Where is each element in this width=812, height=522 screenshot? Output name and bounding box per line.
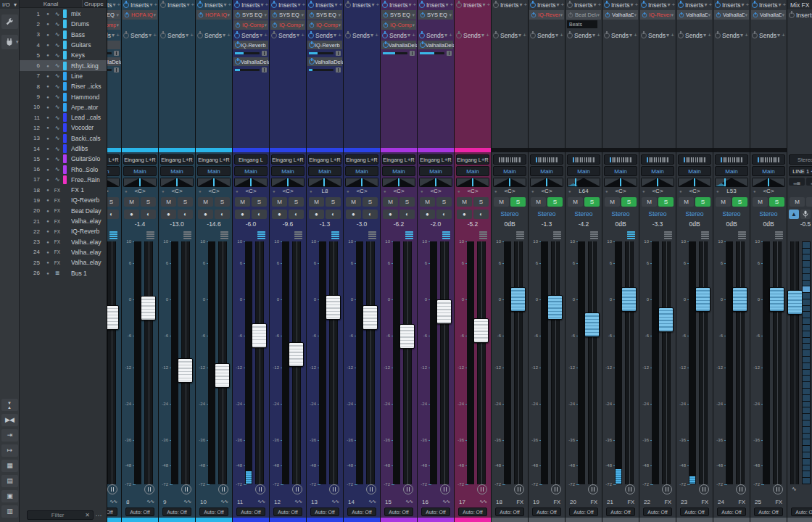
meter-hold-button[interactable] xyxy=(144,484,154,494)
solo-button[interactable]: S xyxy=(510,197,526,207)
cue-meter-icon[interactable]: ▂▄ xyxy=(789,178,805,186)
shuffle-icon[interactable]: ∿ xyxy=(792,486,812,492)
insert-slot[interactable]: IQ-Reverb▾ xyxy=(529,10,564,20)
chevron-down-icon[interactable]: ▾ xyxy=(634,12,637,18)
layers-mini-icon[interactable] xyxy=(590,231,598,239)
output-label[interactable]: Main xyxy=(604,166,637,176)
active-dot-icon[interactable]: ● xyxy=(44,188,51,192)
meter-hold-button[interactable] xyxy=(255,484,265,494)
power-icon[interactable] xyxy=(531,12,536,17)
automation-mode-button[interactable]: Auto: Off xyxy=(680,508,709,516)
power-icon[interactable] xyxy=(567,33,573,38)
send-level-slider[interactable] xyxy=(383,52,407,54)
pan-control[interactable] xyxy=(308,178,341,187)
add-icon[interactable]: + xyxy=(117,1,121,8)
active-dot-icon[interactable]: ● xyxy=(44,84,51,88)
active-dot-icon[interactable]: ● xyxy=(44,136,51,141)
add-icon[interactable]: + xyxy=(228,1,232,8)
input-label[interactable]: Eingang L+R xyxy=(456,154,489,165)
add-icon[interactable]: + xyxy=(300,32,305,38)
fader-track[interactable] xyxy=(551,241,560,484)
channel-list-item[interactable]: 18●FXFX 1 xyxy=(20,185,107,195)
add-icon[interactable]: + xyxy=(339,1,343,8)
pan-control[interactable] xyxy=(345,178,378,187)
power-icon[interactable] xyxy=(604,33,610,38)
power-icon[interactable] xyxy=(309,59,315,65)
automation-mode-button[interactable]: Auto: Off xyxy=(495,508,524,516)
add-icon[interactable]: + xyxy=(523,1,528,8)
power-icon[interactable] xyxy=(273,12,277,17)
send-slot[interactable]: Beat Delay xyxy=(107,41,120,49)
monitor-button[interactable]: ◐ xyxy=(362,210,378,219)
automation-mode-button[interactable]: Auto: Off xyxy=(458,508,487,516)
meter-hold-button[interactable] xyxy=(588,484,598,494)
fader-track[interactable] xyxy=(366,241,375,484)
power-icon[interactable] xyxy=(199,12,203,17)
power-icon[interactable] xyxy=(309,42,315,48)
output-label[interactable]: Main xyxy=(107,166,120,176)
layers-mini-icon[interactable] xyxy=(183,231,191,239)
pan-control[interactable] xyxy=(567,178,600,187)
input-label[interactable]: Eingang L+R xyxy=(308,154,341,165)
send-level-slider[interactable] xyxy=(235,69,260,71)
add-icon[interactable]: + xyxy=(115,32,120,38)
record-arm-button[interactable]: ● xyxy=(198,210,213,219)
keyboard-icon[interactable]: ▤ xyxy=(1,475,18,487)
power-icon[interactable] xyxy=(236,12,240,17)
layers-mini-icon[interactable] xyxy=(479,231,487,239)
talkback-mic-button[interactable] xyxy=(800,210,811,219)
layers-mini-icon[interactable] xyxy=(738,231,746,239)
automation-mode-button[interactable]: Auto: Off xyxy=(754,508,783,516)
chevron-down-icon[interactable]: ▾ xyxy=(264,12,267,18)
output-label[interactable]: Main xyxy=(530,166,563,176)
banks-icon[interactable]: ▥ xyxy=(1,505,18,518)
chevron-down-icon[interactable]: ▾ xyxy=(745,12,747,18)
main-fader-cap[interactable] xyxy=(787,290,803,315)
scroll-to-end-icon[interactable]: ⇥ xyxy=(1,429,18,442)
channel-list-item[interactable]: 17●∿Free..Rain xyxy=(20,175,107,185)
send-level-slider[interactable] xyxy=(309,69,334,71)
active-dot-icon[interactable]: ● xyxy=(44,146,51,151)
automation-mode-button[interactable]: Auto: Off xyxy=(606,508,635,516)
active-dot-icon[interactable]: ● xyxy=(44,178,51,182)
input-label[interactable]: Eingang L+R xyxy=(382,154,415,165)
fader-cap[interactable] xyxy=(473,318,489,343)
channel-list-item[interactable]: 5●∿Keys xyxy=(20,50,107,60)
automation-mode-button[interactable]: Auto: Off xyxy=(125,508,154,516)
power-icon[interactable] xyxy=(752,33,758,38)
active-dot-icon[interactable]: ● xyxy=(44,229,51,233)
output-label[interactable]: Main xyxy=(234,166,268,176)
record-arm-button[interactable]: ● xyxy=(420,210,435,219)
record-arm-button[interactable]: ● xyxy=(124,210,139,219)
record-arm-button[interactable]: ● xyxy=(235,210,250,219)
solo-button[interactable]: S xyxy=(769,197,784,207)
power-icon[interactable] xyxy=(641,2,647,8)
power-icon[interactable] xyxy=(345,33,351,38)
monitor-button[interactable]: ◐ xyxy=(399,210,415,219)
active-dot-icon[interactable]: ● xyxy=(44,64,51,68)
power-icon[interactable] xyxy=(420,42,426,48)
monitor-button[interactable]: ◐ xyxy=(436,210,452,219)
power-icon[interactable] xyxy=(234,33,240,38)
power-icon[interactable] xyxy=(308,2,314,8)
add-icon[interactable]: + xyxy=(265,1,269,8)
active-dot-icon[interactable]: ● xyxy=(44,157,51,161)
fader-cap[interactable] xyxy=(621,287,637,312)
layers-mini-icon[interactable] xyxy=(405,231,413,239)
input-label[interactable]: Eingang L+R xyxy=(197,154,231,165)
fader-track[interactable] xyxy=(144,241,153,484)
chevron-down-icon[interactable]: ▾ xyxy=(560,12,563,18)
meter-hold-button[interactable] xyxy=(329,484,339,494)
automation-mode-button[interactable]: Auto: Off xyxy=(569,508,598,516)
power-icon[interactable] xyxy=(383,42,389,48)
meter-hold-button[interactable] xyxy=(292,484,302,494)
active-dot-icon[interactable]: ● xyxy=(44,250,51,254)
add-icon[interactable]: + xyxy=(745,1,750,8)
mute-button[interactable]: M xyxy=(531,197,546,207)
fader-cap[interactable] xyxy=(215,363,230,388)
output-label[interactable]: Main xyxy=(197,166,231,176)
power-icon[interactable] xyxy=(419,2,425,8)
meter-hold-button[interactable] xyxy=(699,484,709,494)
fader-cap[interactable] xyxy=(732,287,747,312)
meter-hold-button[interactable] xyxy=(662,484,672,494)
